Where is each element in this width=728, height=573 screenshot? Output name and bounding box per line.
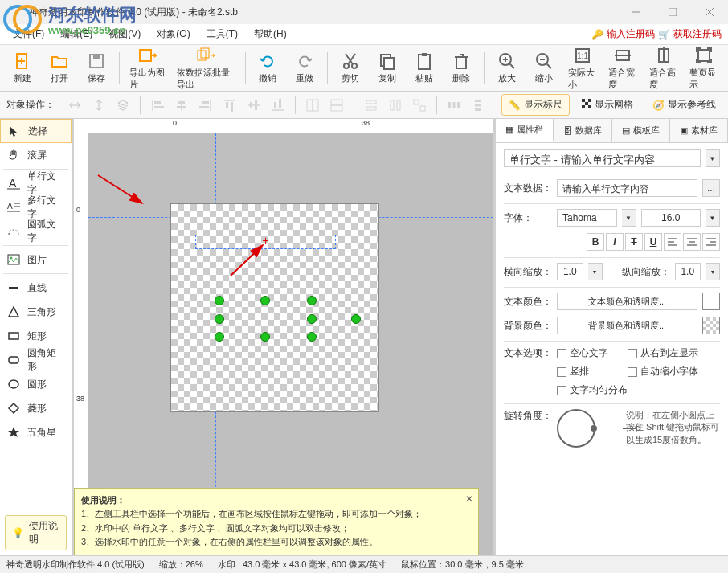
bold-button[interactable]: B xyxy=(587,233,604,251)
handle-mr[interactable] xyxy=(307,314,317,324)
toolbar-delete-button[interactable]: 删除 xyxy=(444,48,479,88)
tool-round-rect[interactable]: 圆角矩形 xyxy=(0,348,72,372)
tool-rect[interactable]: 矩形 xyxy=(0,324,72,348)
toolbar-paste-button[interactable]: 粘贴 xyxy=(407,48,442,88)
flip-v-button[interactable] xyxy=(88,95,109,116)
flip-h-button[interactable] xyxy=(64,95,85,116)
get-code-link[interactable]: 🛒 获取注册码 xyxy=(658,27,722,41)
check-hollow[interactable]: 空心文字 xyxy=(557,346,608,360)
hscale-stepper[interactable]: ▾ xyxy=(588,263,603,280)
font-dropdown-button[interactable]: ▼ xyxy=(622,209,636,227)
selection-box[interactable]: + xyxy=(195,235,336,249)
toolbar-cut-button[interactable]: 剪切 xyxy=(333,48,368,88)
vscale-stepper[interactable]: ▾ xyxy=(706,263,720,280)
bg-color-swatch[interactable] xyxy=(702,317,720,334)
tab-properties[interactable]: ▦属性栏 xyxy=(496,119,554,142)
menu-file[interactable]: 文件(F) xyxy=(6,25,51,43)
tool-cursor[interactable]: 选择 xyxy=(0,119,72,143)
layer-button[interactable] xyxy=(112,95,133,116)
same-width-button[interactable] xyxy=(361,95,382,116)
menu-tools[interactable]: 工具(T) xyxy=(200,25,244,43)
tab-template[interactable]: ▤模板库 xyxy=(612,119,670,142)
object-dropdown-button[interactable]: ▼ xyxy=(706,149,720,167)
distribute-h-button[interactable] xyxy=(444,95,464,116)
toolbar-zoom-in-button[interactable]: 放大 xyxy=(489,48,525,88)
tool-image[interactable]: 图片 xyxy=(0,248,72,272)
align-center-text-button[interactable] xyxy=(683,233,701,251)
font-size-dropdown-button[interactable]: ▼ xyxy=(706,209,720,227)
show-guides-toggle[interactable]: 🧭 显示参考线 xyxy=(645,94,723,116)
toolbar-zoom-actual-button[interactable]: 1:1实际大小 xyxy=(563,43,602,94)
toolbar-folder-open-button[interactable]: 打开 xyxy=(42,48,77,88)
object-title-field[interactable]: 单行文字 - 请输入单行文字内容 xyxy=(504,149,701,167)
handle-tr[interactable] xyxy=(307,296,317,305)
align-right-button[interactable] xyxy=(195,95,216,116)
font-size-field[interactable]: 16.0 xyxy=(641,209,701,227)
same-size-button[interactable] xyxy=(409,95,430,116)
font-field[interactable]: Tahoma xyxy=(557,209,617,227)
align-bottom-button[interactable] xyxy=(268,95,288,116)
tool-hand[interactable]: 滚屏 xyxy=(0,143,72,167)
same-height-button[interactable] xyxy=(385,95,406,116)
toolbar-fit-page-button[interactable]: 整页显示 xyxy=(685,43,723,94)
show-grid-toggle[interactable]: 显示网格 xyxy=(575,94,640,116)
tool-text-multi[interactable]: A多行文字 xyxy=(0,195,72,219)
maximize-button[interactable] xyxy=(654,0,691,24)
tab-database[interactable]: 🗄数据库 xyxy=(554,119,611,142)
tool-star[interactable]: 五角星 xyxy=(0,420,72,444)
menu-help[interactable]: 帮助(H) xyxy=(247,25,293,43)
handle-bl[interactable] xyxy=(215,332,224,342)
tool-diamond[interactable]: 菱形 xyxy=(0,396,72,420)
tool-line[interactable]: 直线 xyxy=(0,276,72,300)
toolbar-save-button[interactable]: 保存 xyxy=(79,48,114,88)
canvas[interactable]: + xyxy=(170,203,379,412)
bg-color-button[interactable]: 背景颜色和透明度... xyxy=(557,317,697,334)
tool-text-arc[interactable]: 圆弧文字 xyxy=(0,219,72,244)
toolbar-file-new-button[interactable]: 新建 xyxy=(5,48,40,88)
toolbar-fit-width-button[interactable]: 适合宽度 xyxy=(603,43,642,94)
tab-assets[interactable]: ▣素材库 xyxy=(670,119,728,142)
canvas-area[interactable]: 0 38 0 38 + xyxy=(74,119,493,555)
menu-view[interactable]: 视图(V) xyxy=(102,25,147,43)
minimize-button[interactable] xyxy=(617,0,654,24)
strike-button[interactable]: T xyxy=(625,233,643,251)
text-data-field[interactable]: 请输入单行文字内容 xyxy=(557,179,697,197)
distribute-v-button[interactable] xyxy=(468,95,489,116)
toolbar-undo-button[interactable]: 撤销 xyxy=(250,48,285,88)
show-ruler-toggle[interactable]: 📏 显示标尺 xyxy=(501,94,570,116)
menu-edit[interactable]: 编辑(E) xyxy=(54,25,99,43)
handle-tc[interactable] xyxy=(260,296,270,305)
menu-object[interactable]: 对象(O) xyxy=(150,25,196,43)
align-middle-v-button[interactable] xyxy=(243,95,264,116)
help-button[interactable]: 💡 使用说明 xyxy=(5,515,67,550)
tool-ellipse[interactable]: 圆形 xyxy=(0,372,72,396)
tool-text-single[interactable]: A单行文字 xyxy=(0,171,72,195)
tool-triangle[interactable]: 三角形 xyxy=(0,300,72,324)
check-autoshrink[interactable]: 自动缩小字体 xyxy=(628,365,698,379)
underline-button[interactable]: U xyxy=(644,233,662,251)
text-color-button[interactable]: 文本颜色和透明度... xyxy=(557,293,697,310)
text-color-swatch[interactable] xyxy=(702,293,720,310)
handle-ml[interactable] xyxy=(215,314,224,324)
handle-br[interactable] xyxy=(307,332,317,342)
info-close-button[interactable]: ✕ xyxy=(464,492,475,503)
handle-tl[interactable] xyxy=(215,296,224,305)
toolbar-redo-button[interactable]: 重做 xyxy=(287,48,322,88)
italic-button[interactable]: I xyxy=(606,233,624,251)
toolbar-export-image-button[interactable]: 导出为图片 xyxy=(125,43,170,94)
rotate-dial-wrap[interactable] xyxy=(557,409,621,448)
vscale-field[interactable]: 1.0 xyxy=(675,263,701,280)
align-left-button[interactable] xyxy=(147,95,168,116)
close-button[interactable] xyxy=(691,0,728,24)
check-distribute[interactable]: 文字均匀分布 xyxy=(557,383,628,397)
center-v-button[interactable] xyxy=(326,95,347,116)
hscale-field[interactable]: 1.0 xyxy=(557,263,583,280)
align-left-text-button[interactable] xyxy=(664,233,681,251)
handle-rotate[interactable] xyxy=(351,314,361,324)
toolbar-copy-button[interactable]: 复制 xyxy=(370,48,405,88)
toolbar-fit-height-button[interactable]: 适合高度 xyxy=(644,43,683,94)
toolbar-zoom-out-button[interactable]: 缩小 xyxy=(526,48,562,88)
align-top-button[interactable] xyxy=(219,95,240,116)
text-data-more-button[interactable]: ... xyxy=(702,179,720,197)
align-center-h-button[interactable] xyxy=(171,95,192,116)
